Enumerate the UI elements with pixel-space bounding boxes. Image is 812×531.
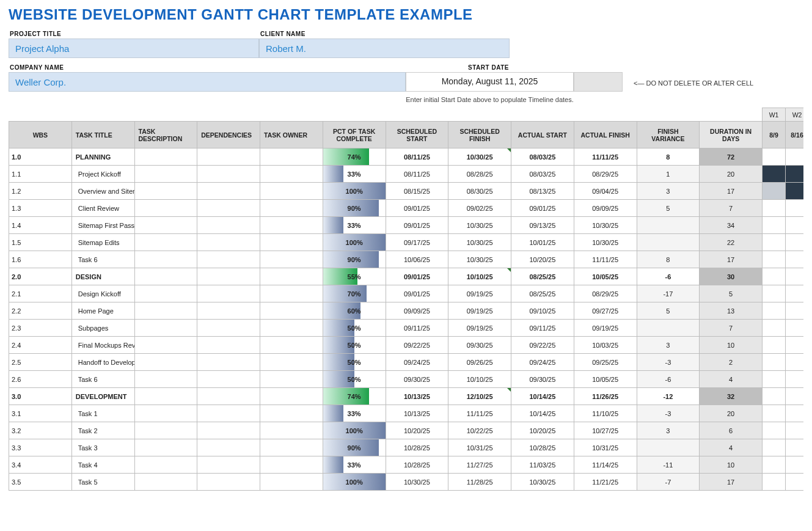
- cell-variance[interactable]: 5: [637, 302, 700, 320]
- cell-sched-finish[interactable]: 11/28/25: [448, 474, 511, 491]
- cell-sched-start[interactable]: 09/30/25: [386, 371, 448, 388]
- cell-task-owner[interactable]: [260, 320, 323, 337]
- gantt-table[interactable]: W1 W2 WBS TASK TITLE TASK DESCRIPTION DE…: [9, 108, 803, 491]
- table-row[interactable]: 1.6Task 690%10/06/2510/30/2510/20/2511/1…: [9, 251, 804, 268]
- cell-dependencies[interactable]: [197, 183, 260, 200]
- cell-sched-finish[interactable]: 09/02/25: [448, 200, 511, 217]
- cell-actual-finish[interactable]: 10/30/25: [574, 217, 637, 234]
- cell-task-owner[interactable]: [260, 285, 323, 302]
- table-row[interactable]: 2.0DESIGN55%09/01/2510/10/2508/25/2510/0…: [9, 268, 804, 285]
- table-row[interactable]: 1.2Overview and Sitemap100%08/15/2508/30…: [9, 183, 804, 200]
- table-row[interactable]: 1.4Sitemap First Pass33%09/01/2510/30/25…: [9, 217, 804, 234]
- cell-actual-finish[interactable]: 11/11/25: [574, 148, 637, 166]
- cell-sched-start[interactable]: 09/01/25: [386, 200, 448, 217]
- cell-actual-start[interactable]: 09/30/25: [511, 371, 574, 388]
- cell-pct-complete[interactable]: 50%: [323, 354, 386, 371]
- cell-duration[interactable]: 10: [700, 337, 763, 354]
- cell-actual-finish[interactable]: 10/27/25: [574, 422, 637, 439]
- cell-variance[interactable]: -3: [637, 405, 700, 422]
- cell-pct-complete[interactable]: 74%: [323, 148, 386, 166]
- table-row[interactable]: 1.5Sitemap Edits100%09/17/2510/30/2510/0…: [9, 234, 804, 251]
- cell-sched-finish[interactable]: 10/30/25: [448, 234, 511, 251]
- cell-sched-finish[interactable]: 09/30/25: [448, 337, 511, 354]
- cell-task-title[interactable]: Task 1: [71, 405, 134, 422]
- cell-pct-complete[interactable]: 33%: [323, 456, 386, 474]
- cell-task-title[interactable]: Client Review: [71, 200, 134, 217]
- cell-variance[interactable]: 3: [637, 422, 700, 439]
- cell-wbs[interactable]: 2.1: [9, 285, 72, 302]
- cell-sched-start[interactable]: 09/01/25: [386, 268, 448, 285]
- table-row[interactable]: 3.1Task 133%10/13/2511/11/2510/14/2511/1…: [9, 405, 804, 422]
- cell-task-description[interactable]: [134, 302, 197, 320]
- cell-task-description[interactable]: [134, 456, 197, 474]
- cell-dependencies[interactable]: [197, 405, 260, 422]
- cell-task-title[interactable]: Project Kickoff: [71, 166, 134, 183]
- cell-task-owner[interactable]: [260, 337, 323, 354]
- cell-sched-start[interactable]: 09/11/25: [386, 320, 448, 337]
- cell-variance[interactable]: -12: [637, 388, 700, 405]
- cell-sched-finish[interactable]: 10/10/25: [448, 268, 511, 285]
- cell-dependencies[interactable]: [197, 388, 260, 405]
- cell-sched-finish[interactable]: 09/19/25: [448, 302, 511, 320]
- cell-sched-start[interactable]: 09/22/25: [386, 337, 448, 354]
- cell-duration[interactable]: 17: [700, 183, 763, 200]
- cell-actual-start[interactable]: 10/28/25: [511, 439, 574, 456]
- cell-sched-start[interactable]: 09/09/25: [386, 302, 448, 320]
- cell-pct-complete[interactable]: 90%: [323, 439, 386, 456]
- cell-actual-start[interactable]: 09/22/25: [511, 337, 574, 354]
- cell-task-description[interactable]: [134, 371, 197, 388]
- cell-duration[interactable]: 4: [700, 439, 763, 456]
- cell-actual-finish[interactable]: 08/29/25: [574, 166, 637, 183]
- cell-variance[interactable]: 8: [637, 251, 700, 268]
- cell-variance[interactable]: [637, 320, 700, 337]
- cell-task-title[interactable]: Task 5: [71, 474, 134, 491]
- table-row[interactable]: 3.4Task 433%10/28/2511/27/2511/03/2511/1…: [9, 456, 804, 474]
- cell-actual-start[interactable]: 10/14/25: [511, 388, 574, 405]
- cell-task-description[interactable]: [134, 405, 197, 422]
- cell-pct-complete[interactable]: 50%: [323, 371, 386, 388]
- cell-actual-finish[interactable]: 10/05/25: [574, 371, 637, 388]
- cell-sched-start[interactable]: 10/13/25: [386, 405, 448, 422]
- cell-task-title[interactable]: Overview and Sitemap: [71, 183, 134, 200]
- cell-variance[interactable]: -11: [637, 456, 700, 474]
- input-client-name[interactable]: Robert M.: [259, 38, 510, 58]
- cell-variance[interactable]: 3: [637, 337, 700, 354]
- cell-task-description[interactable]: [134, 183, 197, 200]
- cell-actual-start[interactable]: 10/20/25: [511, 422, 574, 439]
- table-row[interactable]: 3.2Task 2100%10/20/2510/22/2510/20/2510/…: [9, 422, 804, 439]
- cell-task-description[interactable]: [134, 251, 197, 268]
- cell-sched-start[interactable]: 08/11/25: [386, 166, 448, 183]
- cell-task-description[interactable]: [134, 285, 197, 302]
- cell-task-description[interactable]: [134, 166, 197, 183]
- cell-actual-finish[interactable]: 10/31/25: [574, 439, 637, 456]
- table-row[interactable]: 1.3Client Review90%09/01/2509/02/2509/01…: [9, 200, 804, 217]
- cell-wbs[interactable]: 3.4: [9, 456, 72, 474]
- cell-pct-complete[interactable]: 100%: [323, 183, 386, 200]
- cell-sched-start[interactable]: 08/15/25: [386, 183, 448, 200]
- cell-dependencies[interactable]: [197, 354, 260, 371]
- cell-task-title[interactable]: Task 4: [71, 456, 134, 474]
- cell-dependencies[interactable]: [197, 456, 260, 474]
- cell-sched-finish[interactable]: 09/26/25: [448, 354, 511, 371]
- cell-actual-finish[interactable]: 10/03/25: [574, 337, 637, 354]
- table-row[interactable]: 2.4Final Mockups Review50%09/22/2509/30/…: [9, 337, 804, 354]
- cell-sched-finish[interactable]: 10/30/25: [448, 217, 511, 234]
- cell-sched-start[interactable]: 10/20/25: [386, 422, 448, 439]
- cell-task-description[interactable]: [134, 474, 197, 491]
- cell-variance[interactable]: -7: [637, 474, 700, 491]
- cell-sched-start[interactable]: 10/28/25: [386, 439, 448, 456]
- cell-sched-finish[interactable]: 08/30/25: [448, 183, 511, 200]
- cell-actual-finish[interactable]: 11/10/25: [574, 405, 637, 422]
- cell-task-owner[interactable]: [260, 439, 323, 456]
- cell-task-owner[interactable]: [260, 234, 323, 251]
- cell-duration[interactable]: 17: [700, 251, 763, 268]
- cell-task-title[interactable]: DEVELOPMENT: [71, 388, 134, 405]
- cell-wbs[interactable]: 1.3: [9, 200, 72, 217]
- cell-dependencies[interactable]: [197, 371, 260, 388]
- cell-pct-complete[interactable]: 55%: [323, 268, 386, 285]
- cell-pct-complete[interactable]: 74%: [323, 388, 386, 405]
- cell-pct-complete[interactable]: 33%: [323, 405, 386, 422]
- cell-task-title[interactable]: PLANNING: [71, 148, 134, 166]
- cell-task-description[interactable]: [134, 422, 197, 439]
- cell-wbs[interactable]: 1.5: [9, 234, 72, 251]
